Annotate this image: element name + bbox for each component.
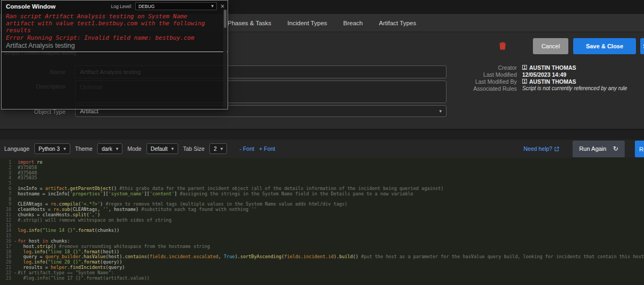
nav-tab-breach[interactable]: Breach [343,20,363,26]
code-text: log.info("line 14 {}".format(chunks)) [18,228,119,233]
creator-label: Creator [460,64,517,71]
fold-marker [13,160,18,165]
last-modified-value: 12/05/2023 14:49 [522,71,566,78]
chevron-down-icon: ▾ [439,109,442,114]
fold-marker [13,244,18,250]
line-number: 23 [0,276,13,281]
fold-marker: - [13,239,18,244]
font-increase-link[interactable]: + Font [259,145,275,152]
fold-marker [13,207,18,213]
console-entry-title: Artifact Analysis testing [6,42,222,52]
code-line: 23 #log.info("line 17 {}".format(artifac… [0,276,644,281]
code-line: 2#375058 [0,165,644,171]
console-divider [2,52,228,52]
code-editor[interactable]: 1import re2#3750583#3750484#37503556incI… [0,158,644,285]
last-modified-by-value: AUSTIN THOMAS [522,78,576,85]
delete-icon[interactable] [499,42,506,52]
tab-size-select[interactable]: 2 ▾ [209,143,227,154]
tab-size-label: Tab Size [183,145,204,152]
associated-rules-label: Associated Rules [460,85,517,92]
code-text: #.strip() will remove whitespace on both… [18,218,172,223]
code-line: 12#.strip() will remove whitespace on bo… [0,218,644,223]
associated-rules-value: Script is not currently referenced by an… [522,85,627,91]
fold-marker [13,181,18,186]
cancel-button[interactable]: Cancel [533,38,568,54]
console-window: Console Window Log Level: DEBUG ▾ × Ran … [1,0,228,109]
chevron-down-icon: ▾ [171,147,174,151]
section-divider [0,129,644,140]
code-line: 14log.info("line 14 {}".format(chunks)) [0,228,644,233]
need-help-label: Need help? [523,145,552,152]
partial-button-toolbar[interactable]: Ru [635,141,644,157]
chevron-down-icon: ▾ [211,4,214,9]
code-lines: 1import re2#3750583#3750484#37503556incI… [0,160,644,281]
fold-marker [13,171,18,176]
language-select[interactable]: Python 3 ▾ [34,143,70,154]
code-line: 3#375048 [0,171,644,176]
fold-marker [13,254,18,260]
code-text: #375035 [18,176,37,181]
font-decrease-link[interactable]: - Font [239,145,254,152]
person-icon [522,65,527,70]
last-modified-by-label: Last Modified By [460,78,517,85]
creator-row: Creator AUSTIN THOMAS [460,64,644,71]
app-screen: Phases & TasksIncident TypesBreachArtifa… [0,0,644,285]
console-scrollbar-thumb[interactable] [224,10,226,28]
nav-tab-incident-types[interactable]: Incident Types [288,20,327,26]
metadata-panel: Creator AUSTIN THOMAS Last Modified 12/0… [460,64,644,92]
fold-marker [13,186,18,192]
chevron-down-icon: ▾ [116,147,119,151]
fold-marker [13,260,18,265]
run-again-label: Run Again [579,145,606,152]
language-label: Language [4,145,30,152]
fold-marker [13,213,18,218]
save-close-button[interactable]: Save & Close [573,38,636,54]
log-level-label: Log Level: [111,4,132,9]
nav-tab-phases-tasks[interactable]: Phases & Tasks [228,20,272,26]
refresh-icon: ↻ [613,145,618,152]
log-level-select[interactable]: DEBUG ▾ [135,2,217,10]
console-log-message: Ran script Artifact Analysis testing on … [6,13,216,34]
language-value: Python 3 [39,146,60,152]
code-line: 7hostname = incInfo['properties']['syste… [0,192,644,197]
last-modified-by-row: Last Modified By AUSTIN THOMAS [460,78,644,85]
last-modified-row: Last Modified 12/05/2023 14:49 [460,71,644,78]
partial-button-top[interactable]: S [640,38,644,54]
console-title: Console Window [6,3,56,10]
console-log: Ran script Artifact Analysis testing on … [6,13,222,41]
theme-value: dark [101,146,112,152]
fold-marker: - [13,271,18,276]
associated-rules-row: Associated Rules Script is not currently… [460,85,644,92]
console-body: Ran script Artifact Analysis testing on … [2,11,228,52]
code-line: 15 [0,233,644,239]
editor-toolbar: Language Python 3 ▾ Theme dark ▾ Mode De… [0,140,644,158]
mode-label: Mode [127,145,141,152]
last-modified-by-name: AUSTIN THOMAS [529,78,576,85]
mode-value: Default [151,146,168,152]
nav-tab-artifact-types[interactable]: Artifact Types [379,20,416,26]
fold-marker [13,192,18,197]
creator-name: AUSTIN THOMAS [529,64,576,71]
fold-marker [13,202,18,207]
theme-select[interactable]: dark ▾ [97,143,122,154]
code-line: 1import re [0,160,644,165]
chevron-down-icon: ▾ [221,147,223,151]
run-again-button[interactable]: Run Again ↻ [573,141,625,157]
fold-marker [13,176,18,181]
console-header: Console Window Log Level: DEBUG ▾ × [2,1,228,11]
fold-marker [13,223,18,229]
console-scrollbar[interactable] [223,10,227,108]
need-help-link[interactable]: Need help? [523,145,559,152]
code-text: #log.info("line 17 {}".format(artifact.v… [18,276,150,281]
last-modified-label: Last Modified [460,71,517,78]
chevron-down-icon: ▾ [63,147,66,151]
tab-size-value: 2 [214,146,217,152]
code-line: 4#375035 [0,176,644,181]
log-level-value: DEBUG [138,4,155,9]
close-icon[interactable]: × [221,3,224,10]
external-link-icon [554,147,559,151]
mode-select[interactable]: Default ▾ [147,143,178,154]
creator-value: AUSTIN THOMAS [522,64,576,71]
person-icon [522,79,527,84]
code-text: hostname = incInfo['properties']['system… [18,192,413,197]
